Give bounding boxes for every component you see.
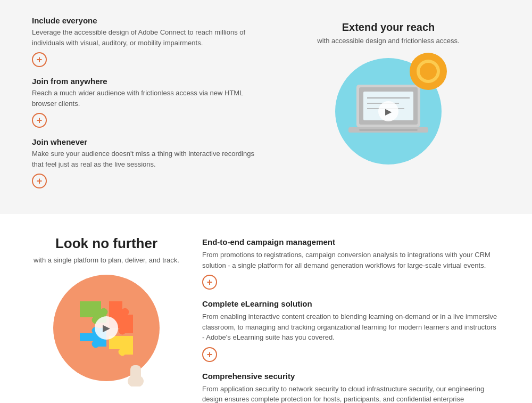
join-whenever-desc: Make sure your audience doesn't miss a t… xyxy=(32,149,255,169)
puzzle-illustration: ▶ xyxy=(53,275,160,381)
include-everyone-title: Include everyone xyxy=(32,16,255,25)
play-button-large[interactable]: ▶ xyxy=(95,316,118,340)
join-anywhere-desc: Reach a much wider audience with frictio… xyxy=(32,88,255,109)
campaign-expand[interactable]: + xyxy=(202,275,217,290)
hand-decoration xyxy=(122,355,149,386)
include-everyone-desc: Leverage the accessible design of Adobe … xyxy=(32,27,255,48)
extend-reach-title: Extend your reach xyxy=(342,21,435,34)
join-anywhere-block: Join from anywhere Reach a much wider au… xyxy=(32,77,255,128)
join-anywhere-title: Join from anywhere xyxy=(32,77,255,86)
look-no-further-subtitle: with a single platform to plan, deliver,… xyxy=(34,256,179,264)
join-anywhere-expand[interactable]: + xyxy=(32,113,47,128)
section-accessibility: Include everyone Leverage the accessible… xyxy=(0,0,532,214)
section-platform: Look no further with a single platform t… xyxy=(0,214,532,403)
elearning-title: Complete eLearning solution xyxy=(202,299,500,308)
platform-left: Look no further with a single platform t… xyxy=(32,235,181,381)
security-desc: From application security to network sec… xyxy=(202,384,500,404)
svg-rect-9 xyxy=(130,365,141,382)
extend-reach-subtitle: with accessible design and frictionless … xyxy=(317,37,459,45)
extend-reach-illustration: ▶ xyxy=(330,53,447,170)
campaign-title: End-to-end campaign management xyxy=(202,237,500,246)
svg-rect-3 xyxy=(359,129,418,131)
join-whenever-expand[interactable]: + xyxy=(32,174,47,188)
play-button-small[interactable]: ▶ xyxy=(378,101,398,121)
security-title: Comprehensive security xyxy=(202,372,500,381)
platform-features: End-to-end campaign management From prom… xyxy=(202,235,500,403)
include-everyone-block: Include everyone Leverage the accessible… xyxy=(32,16,255,67)
accessibility-features: Include everyone Leverage the accessible… xyxy=(32,16,255,198)
elearning-expand[interactable]: + xyxy=(202,347,217,362)
elearning-desc: From enabling interactive content creati… xyxy=(202,311,500,343)
security-block: Comprehensive security From application … xyxy=(202,372,500,404)
join-whenever-block: Join whenever Make sure your audience do… xyxy=(32,137,255,188)
elearning-block: Complete eLearning solution From enablin… xyxy=(202,299,500,362)
campaign-block: End-to-end campaign management From prom… xyxy=(202,237,500,290)
join-whenever-title: Join whenever xyxy=(32,137,255,146)
look-no-further-title: Look no further xyxy=(55,235,157,252)
extend-reach-panel: Extend your reach with accessible design… xyxy=(277,16,500,170)
orange-decoration xyxy=(410,53,447,90)
campaign-desc: From promotions to registrations, campai… xyxy=(202,250,500,270)
orange-ring-inner xyxy=(417,60,440,83)
include-everyone-expand[interactable]: + xyxy=(32,52,47,67)
